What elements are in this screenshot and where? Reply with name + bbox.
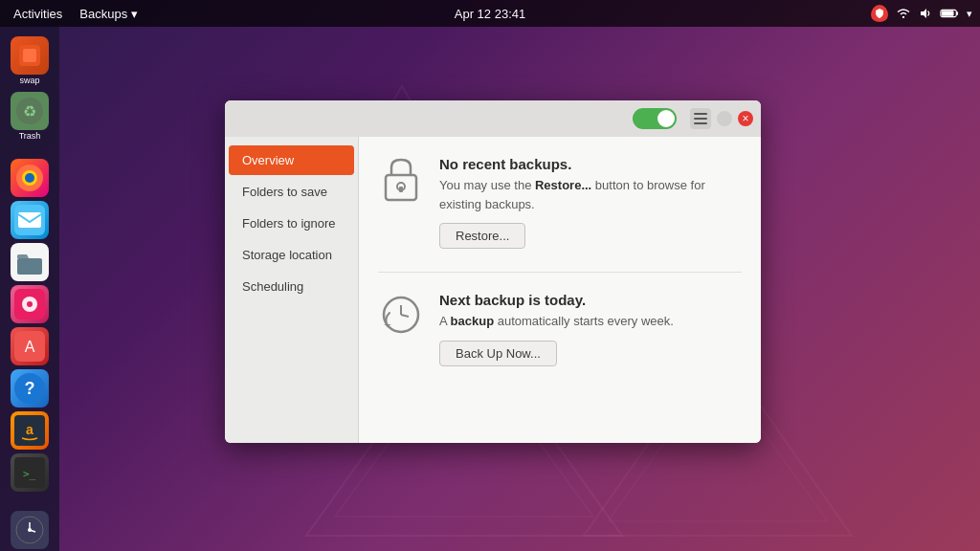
no-backups-text: No recent backups. You may use the Resto… — [439, 156, 742, 249]
activities-button[interactable]: Activities — [8, 5, 68, 23]
next-backup-icon — [378, 292, 424, 338]
dock-item-trash[interactable]: ♻ Trash — [3, 92, 56, 142]
dock-item-software[interactable]: A — [7, 327, 53, 365]
nav-item-overview[interactable]: Overview — [229, 145, 354, 175]
topbar-clock: Apr 12 23:41 — [455, 7, 525, 21]
window-titlebar: – × — [225, 100, 761, 137]
backups-window: – × Overview Folders to save Folders to … — [225, 100, 761, 443]
svg-rect-8 — [956, 11, 958, 15]
svg-text:♻: ♻ — [23, 103, 36, 120]
dock-bottom — [7, 507, 53, 551]
svg-rect-46 — [694, 118, 707, 120]
dock-label-swap: swap — [19, 77, 39, 86]
battery-tray-icon[interactable] — [940, 8, 959, 19]
topbar-right: ▾ — [871, 5, 972, 22]
desktop: Activities Backups ▾ Apr 12 23:41 — [0, 0, 980, 551]
dock-label-trash: Trash — [19, 132, 41, 142]
svg-point-23 — [27, 301, 33, 307]
svg-point-16 — [25, 173, 34, 183]
svg-text:a: a — [26, 422, 33, 437]
desc-text-1: You may use the — [439, 178, 535, 192]
svg-rect-45 — [694, 113, 707, 115]
dock-item-files[interactable] — [7, 243, 53, 281]
next-backup-text: Next backup is today. A backup automatic… — [439, 292, 742, 366]
desc-bold-2: backup — [451, 314, 495, 328]
window-body: Overview Folders to save Folders to igno… — [225, 137, 761, 443]
app-menu-arrow: ▾ — [131, 7, 138, 21]
svg-rect-11 — [23, 49, 36, 62]
dock-item-firefox[interactable] — [7, 159, 53, 197]
svg-rect-9 — [942, 11, 954, 15]
topbar-dropdown[interactable]: ▾ — [967, 8, 972, 20]
svg-rect-50 — [399, 187, 403, 192]
next-backup-title: Next backup is today. — [439, 292, 742, 308]
restore-button[interactable]: Restore... — [439, 223, 525, 249]
svg-text:>_: >_ — [23, 468, 36, 480]
no-backups-icon — [378, 156, 424, 202]
topbar: Activities Backups ▾ Apr 12 23:41 — [0, 0, 980, 27]
win-sidebar: Overview Folders to save Folders to igno… — [225, 137, 359, 443]
svg-rect-18 — [18, 212, 41, 228]
app-name-label: Backups — [79, 7, 127, 21]
next-backup-desc: A backup automatically starts every week… — [439, 312, 742, 331]
svg-text:?: ? — [25, 379, 35, 398]
dock-item-rhythmbox[interactable] — [7, 285, 53, 323]
volume-tray-icon[interactable] — [919, 7, 932, 20]
no-backups-title: No recent backups. — [439, 156, 742, 172]
svg-rect-20 — [17, 258, 42, 275]
nav-item-storage-location[interactable]: Storage location — [229, 240, 354, 270]
window-minimize-button[interactable]: – — [717, 111, 732, 126]
window-close-button[interactable]: × — [738, 111, 753, 126]
no-backups-section: No recent backups. You may use the Resto… — [378, 156, 742, 249]
toggle-knob — [657, 110, 675, 127]
backup-toggle[interactable] — [633, 108, 677, 129]
dock-item-mail[interactable] — [7, 201, 53, 239]
svg-text:A: A — [25, 339, 35, 355]
dock: swap ♻ Trash — [0, 27, 59, 551]
dock-item-clock[interactable] — [7, 507, 53, 551]
dock-item-help[interactable]: ? — [7, 369, 53, 408]
svg-marker-54 — [384, 324, 391, 326]
win-main-content: No recent backups. You may use the Resto… — [359, 137, 761, 443]
desc-text-4: automatically starts every week. — [494, 314, 674, 328]
app-name-menu[interactable]: Backups ▾ — [79, 7, 138, 21]
svg-point-35 — [28, 528, 32, 532]
nav-item-folders-save[interactable]: Folders to save — [229, 177, 354, 207]
wifi-tray-icon[interactable] — [896, 7, 911, 20]
dock-item-amazon[interactable]: a — [7, 411, 53, 450]
desc-text-3: A — [439, 314, 451, 328]
svg-rect-47 — [694, 122, 707, 124]
svg-line-53 — [401, 315, 409, 317]
dock-item-terminal[interactable]: >_ — [7, 453, 53, 492]
security-tray-icon[interactable] — [871, 5, 888, 22]
window-menu-button[interactable] — [690, 108, 711, 129]
nav-item-folders-ignore[interactable]: Folders to ignore — [229, 209, 354, 238]
backup-now-button[interactable]: Back Up Now... — [439, 341, 557, 366]
topbar-left: Activities Backups ▾ — [8, 5, 138, 23]
svg-marker-6 — [921, 9, 926, 18]
dock-item-swap[interactable]: swap — [3, 36, 56, 86]
clock-display: Apr 12 23:41 — [455, 7, 525, 21]
section-divider — [378, 272, 742, 273]
next-backup-section: Next backup is today. A backup automatic… — [378, 292, 742, 366]
desc-bold-1: Restore... — [535, 178, 591, 192]
nav-item-scheduling[interactable]: Scheduling — [229, 272, 354, 301]
no-backups-desc: You may use the Restore... button to bro… — [439, 176, 742, 213]
